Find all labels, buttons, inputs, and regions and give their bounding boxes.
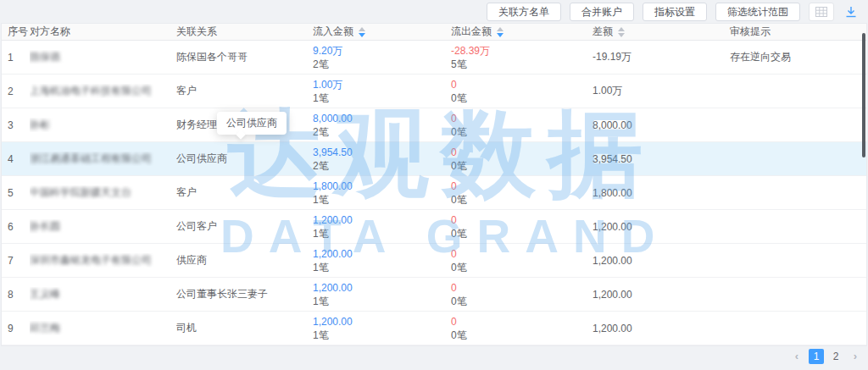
outflow-cell: -28.39万 5笔 — [451, 41, 593, 74]
inflow-sort-icon[interactable] — [359, 27, 365, 37]
outflow-count: 0笔 — [451, 227, 593, 240]
inflow-cell: 1,200.00 1笔 — [313, 210, 451, 243]
counterparty-name: 孙彬 — [30, 119, 50, 130]
row-index: 2 — [2, 86, 30, 97]
pagination: ‹ 1 2 › — [789, 349, 863, 364]
col-difference-label: 差额 — [593, 25, 613, 39]
table-row[interactable]: 8 王义峰 公司董事长张三妻子 1,200.00 1笔 0 0笔 1,200.0… — [2, 278, 866, 312]
outflow-amount: 0 — [451, 179, 593, 193]
inflow-cell: 1,200.00 1笔 — [313, 278, 451, 311]
row-index: 7 — [2, 255, 30, 267]
counterparty-name-cell: 孙长园 — [30, 219, 176, 234]
vertical-scrollbar[interactable] — [862, 33, 865, 157]
inflow-count: 1笔 — [313, 193, 451, 207]
difference-sort-icon[interactable] — [618, 27, 625, 37]
outflow-cell: 0 0笔 — [451, 244, 593, 277]
outflow-count: 0笔 — [451, 295, 593, 308]
outflow-amount: 0 — [451, 315, 593, 329]
relation-cell: 供应商 — [176, 253, 313, 268]
related-party-table: 序号 对方名称 关联关系 流入金额 流出金额 差额 审核提示 1 陈保德 陈保国… — [1, 23, 867, 346]
outflow-count: 5笔 — [451, 58, 593, 71]
outflow-amount: 0 — [451, 112, 593, 125]
counterparty-name-cell: 上海机油电子科技有限公司 — [30, 84, 176, 98]
counterparty-name-cell: 邱兰梅 — [30, 321, 176, 335]
filter-statistics-range-button[interactable]: 筛选统计范围 — [715, 3, 800, 21]
difference-cell: 1,200.00 — [593, 289, 730, 301]
table-row[interactable]: 1 陈保德 陈保国各个哥哥 9.20万 2笔 -28.39万 5笔 -19.19… — [2, 41, 866, 75]
counterparty-name: 浙江易通基础工程有限公司 — [30, 152, 152, 164]
inflow-cell: 1,200.00 1笔 — [313, 244, 451, 277]
outflow-amount: 0 — [451, 281, 593, 295]
audit-tip-cell: 存在逆向交易 — [730, 50, 866, 64]
table-row[interactable]: 9 邱兰梅 司机 1,200.00 1笔 0 0笔 1,200.00 — [2, 312, 866, 345]
download-button[interactable] — [843, 3, 860, 21]
inflow-amount: 1,200.00 — [313, 315, 451, 329]
table-row[interactable]: 3 孙彬 财务经理 8,000.00 2笔 0 0笔 8,000.00 — [2, 108, 866, 142]
difference-cell: 1,200.00 — [593, 221, 730, 233]
tooltip-text: 公司供应商 — [226, 117, 277, 129]
table-grid-button[interactable] — [809, 3, 834, 21]
inflow-amount: 3,954.50 — [313, 146, 451, 159]
table-row[interactable]: 6 孙长园 公司客户 1,200.00 1笔 0 0笔 1,200.00 — [2, 210, 866, 244]
relation-cell: 客户 — [176, 185, 313, 200]
row-index: 6 — [2, 221, 30, 233]
relation-cell: 陈保国各个哥哥 — [176, 50, 313, 64]
col-outflow-amount[interactable]: 流出金额 — [451, 25, 593, 39]
row-index: 3 — [2, 119, 30, 131]
inflow-cell: 1,800.00 1笔 — [313, 176, 451, 209]
col-outflow-label: 流出金额 — [451, 25, 492, 39]
col-counterparty-name: 对方名称 — [30, 25, 176, 39]
inflow-count: 1笔 — [313, 227, 451, 240]
outflow-cell: 0 0笔 — [451, 210, 593, 243]
table-row[interactable]: 7 深圳市鑫铭龙电子有限公司 供应商 1,200.00 1笔 0 0笔 1,20… — [2, 244, 866, 278]
table-grid-icon — [815, 7, 827, 17]
counterparty-name-cell: 王义峰 — [30, 287, 176, 301]
row-index: 8 — [2, 289, 30, 301]
table-row[interactable]: 4 浙江易通基础工程有限公司 公司供应商 3,954.50 2笔 0 0笔 3,… — [2, 142, 866, 176]
inflow-amount: 8,000.00 — [313, 112, 451, 125]
inflow-amount: 1,200.00 — [313, 247, 451, 261]
row-index: 1 — [2, 52, 30, 64]
prev-page-button[interactable]: ‹ — [789, 349, 804, 364]
col-relation: 关联关系 — [176, 25, 313, 39]
inflow-count: 2笔 — [313, 125, 451, 139]
outflow-cell: 0 0笔 — [451, 278, 593, 311]
difference-cell: 1,200.00 — [593, 323, 730, 334]
indicator-settings-button[interactable]: 指标设置 — [643, 3, 707, 21]
table-row[interactable]: 2 上海机油电子科技有限公司 客户 1.00万 1笔 0 0笔 1.00万 — [2, 75, 866, 108]
inflow-cell: 8,000.00 2笔 — [313, 108, 451, 141]
merge-account-button[interactable]: 合并账户 — [570, 3, 634, 21]
table-body: 1 陈保德 陈保国各个哥哥 9.20万 2笔 -28.39万 5笔 -19.19… — [2, 41, 866, 345]
inflow-count: 2笔 — [313, 159, 451, 173]
outflow-count: 0笔 — [451, 91, 593, 105]
relation-cell: 客户 — [176, 84, 313, 98]
next-page-button[interactable]: › — [848, 349, 863, 364]
col-inflow-amount[interactable]: 流入金额 — [313, 25, 451, 39]
page-1-button[interactable]: 1 — [809, 349, 824, 364]
counterparty-name: 中国科学院新疆天文台 — [30, 186, 131, 198]
counterparty-name-cell: 深圳市鑫铭龙电子有限公司 — [30, 253, 176, 268]
related-party-list-button[interactable]: 关联方名单 — [487, 3, 561, 21]
row-index: 5 — [2, 187, 30, 199]
difference-cell: 8,000.00 — [593, 119, 730, 131]
outflow-count: 0笔 — [451, 159, 593, 173]
outflow-amount: 0 — [451, 78, 593, 91]
outflow-cell: 0 0笔 — [451, 312, 593, 345]
outflow-sort-icon[interactable] — [497, 27, 504, 37]
page-2-button[interactable]: 2 — [828, 349, 843, 364]
table-header: 序号 对方名称 关联关系 流入金额 流出金额 差额 审核提示 — [2, 24, 866, 41]
relation-cell: 公司客户 — [176, 219, 313, 234]
difference-cell: 3,954.50 — [593, 153, 730, 165]
inflow-cell: 9.20万 2笔 — [313, 41, 451, 74]
toolbar: 关联方名单 合并账户 指标设置 筛选统计范围 — [0, 0, 868, 23]
col-difference[interactable]: 差额 — [593, 25, 730, 39]
outflow-cell: 0 0笔 — [451, 142, 593, 175]
outflow-count: 0笔 — [451, 329, 593, 342]
inflow-amount: 1,200.00 — [313, 213, 451, 227]
row-index: 9 — [2, 323, 30, 334]
table-row[interactable]: 5 中国科学院新疆天文台 客户 1,800.00 1笔 0 0笔 1,800.0… — [2, 176, 866, 210]
difference-cell: -19.19万 — [593, 50, 730, 64]
difference-cell: 1,800.00 — [593, 187, 730, 199]
difference-cell: 1.00万 — [593, 84, 730, 98]
relation-cell: 司机 — [176, 321, 313, 335]
